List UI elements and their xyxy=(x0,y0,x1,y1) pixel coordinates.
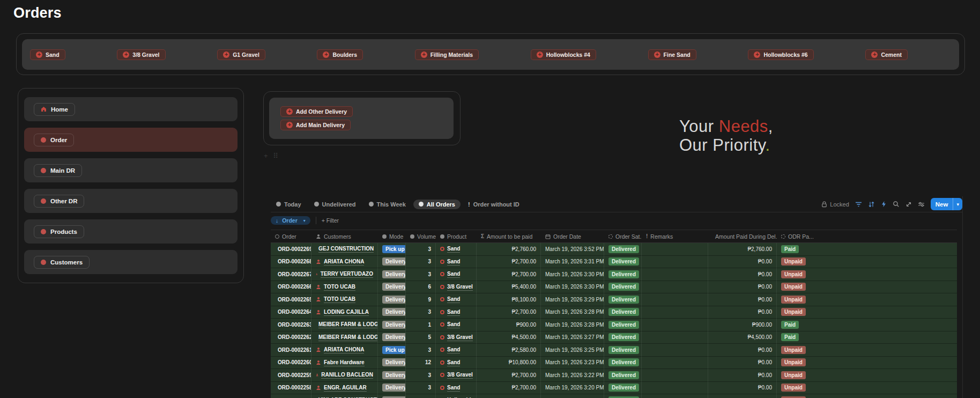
order-id-cell[interactable]: ORD-0002260 xyxy=(271,357,311,370)
amount-paid-cell[interactable]: ₱0.00 xyxy=(708,281,777,294)
status-badge[interactable]: Delivered xyxy=(608,270,639,278)
status-badge[interactable]: Delivered xyxy=(608,321,639,329)
volume-cell[interactable]: 3 xyxy=(406,382,436,395)
mode-cell[interactable]: Delivery xyxy=(378,268,406,281)
status-badge[interactable]: Unpaid xyxy=(781,283,806,291)
order-id-cell[interactable]: ORD-0002259 xyxy=(271,369,311,382)
quick-action-add-other-delivery[interactable]: + Add Other Delivery xyxy=(280,106,353,117)
odr-payment-cell[interactable]: Unpaid xyxy=(777,268,957,281)
order-id-cell[interactable]: ORD-0002265 xyxy=(271,293,311,306)
filter-icon[interactable] xyxy=(855,201,862,208)
volume-cell[interactable]: 9 xyxy=(406,293,436,306)
tab-all-orders[interactable]: All Orders xyxy=(413,200,461,209)
remarks-cell[interactable] xyxy=(642,243,708,256)
status-badge[interactable]: Unpaid xyxy=(781,296,806,304)
amount-cell[interactable]: ₱2,700.00 xyxy=(477,369,541,382)
product-cell[interactable]: 3/8 Gravel xyxy=(436,369,477,382)
odr-payment-cell[interactable]: Paid xyxy=(777,319,957,331)
volume-cell[interactable]: 5 xyxy=(406,331,436,344)
category-button-hollowblocks-6[interactable]: + Hollowblocks #6 xyxy=(748,49,813,60)
order-date-cell[interactable]: March 19, 2026 3:25 PM xyxy=(541,344,604,357)
order-status-cell[interactable]: Delivered xyxy=(604,382,642,395)
order-date-cell[interactable]: March 19, 2026 3:28 PM xyxy=(541,306,604,319)
status-badge[interactable]: Delivery xyxy=(382,358,406,366)
order-id-cell[interactable]: ORD-0002261 xyxy=(271,344,311,357)
status-badge[interactable]: Delivered xyxy=(608,333,639,341)
order-status-cell[interactable]: Delivered xyxy=(604,331,642,344)
amount-cell[interactable]: ₱2,700.00 xyxy=(477,382,541,395)
category-button-filling-materials[interactable]: + Filling Materials xyxy=(415,49,479,60)
odr-payment-cell[interactable]: Unpaid xyxy=(777,281,957,294)
status-badge[interactable]: Pick up xyxy=(382,346,406,354)
volume-cell[interactable]: 12 xyxy=(406,357,436,370)
status-badge[interactable]: Delivered xyxy=(608,346,639,354)
volume-cell[interactable]: 3 xyxy=(406,344,436,357)
status-badge[interactable]: Delivery xyxy=(382,321,406,329)
customer-cell[interactable]: TOTO UCAB xyxy=(311,293,378,306)
tab-undelivered[interactable]: Undelivered xyxy=(309,200,361,209)
category-button-fine-sand[interactable]: + Fine Sand xyxy=(648,49,696,60)
amount-paid-cell[interactable]: ₱2,760.00 xyxy=(708,243,777,256)
product-cell[interactable]: Sand xyxy=(436,293,477,306)
order-status-cell[interactable]: Delivered xyxy=(604,357,642,370)
amount-cell[interactable]: ₱2,700.00 xyxy=(477,306,541,319)
amount-paid-cell[interactable]: ₱0.00 xyxy=(708,256,777,269)
customer-cell[interactable]: ARIATA CHONA xyxy=(311,344,378,357)
odr-payment-cell[interactable]: Unpaid xyxy=(777,369,957,382)
status-badge[interactable]: Unpaid xyxy=(781,257,806,266)
order-status-cell[interactable]: Delivered xyxy=(604,281,642,294)
order-date-cell[interactable]: March 19, 2026 3:31 PM xyxy=(541,256,604,269)
amount-paid-cell[interactable]: ₱900.00 xyxy=(708,319,777,331)
amount-cell[interactable]: ₱2,760.00 xyxy=(477,243,541,256)
sidebar-item-main-dr[interactable]: Main DR xyxy=(24,158,237,182)
sidebar-item-products[interactable]: Products xyxy=(24,219,237,244)
order-status-cell[interactable]: Delivered xyxy=(604,344,642,357)
mode-cell[interactable]: Delivery xyxy=(378,394,406,398)
status-badge[interactable]: Delivered xyxy=(608,296,639,304)
amount-paid-cell[interactable]: ₱0.00 xyxy=(708,357,777,370)
status-badge[interactable]: Paid xyxy=(781,321,799,329)
product-cell[interactable]: 3/8 Gravel xyxy=(436,281,477,294)
remarks-cell[interactable] xyxy=(642,306,708,319)
order-date-cell[interactable]: March 19, 2026 3:27 PM xyxy=(541,331,604,344)
status-badge[interactable]: Delivery xyxy=(382,371,406,379)
new-button[interactable]: New ▾ xyxy=(931,198,962,210)
product-cell[interactable]: Sand xyxy=(436,306,477,319)
remarks-cell[interactable] xyxy=(642,331,708,344)
category-button-hollowblocks-4[interactable]: + Hollowblocks #4 xyxy=(531,49,596,60)
column-header-amount-to-be-paid[interactable]: ΣAmount to be paid xyxy=(477,230,541,243)
customer-cell[interactable]: MEIBER FARM & LODGE INC. xyxy=(311,331,378,344)
chevron-down-icon[interactable]: ▾ xyxy=(953,202,962,207)
category-button-g1-gravel[interactable]: + G1 Gravel xyxy=(217,49,265,60)
status-badge[interactable]: Delivery xyxy=(382,308,406,316)
order-status-cell[interactable]: Delivered xyxy=(604,293,642,306)
sort-icon[interactable] xyxy=(868,201,875,208)
product-cell[interactable]: Sand xyxy=(436,357,477,370)
tab-this-week[interactable]: This Week xyxy=(363,200,411,209)
order-status-cell[interactable]: Delivered xyxy=(604,369,642,382)
odr-payment-cell[interactable]: Unpaid xyxy=(777,306,957,319)
mode-cell[interactable]: Delivery xyxy=(378,256,406,269)
odr-payment-cell[interactable]: Unpaid xyxy=(777,293,957,306)
volume-cell[interactable]: 3 xyxy=(406,306,436,319)
volume-cell[interactable]: 6 xyxy=(406,281,436,294)
column-header-amount-paid-during-del-[interactable]: Amount Paid During Del... xyxy=(708,230,777,243)
status-badge[interactable]: Unpaid xyxy=(781,346,806,354)
order-date-cell[interactable]: March 19, 2026 3:20 PM xyxy=(541,382,604,395)
tab-today[interactable]: Today xyxy=(271,200,307,209)
search-icon[interactable] xyxy=(893,201,900,208)
block-drag-handle[interactable]: + ⠿ xyxy=(264,152,280,160)
customer-cell[interactable]: TERRY VERTUDAZO xyxy=(311,268,378,281)
status-badge[interactable]: Unpaid xyxy=(781,384,806,392)
order-id-cell[interactable]: ORD-0002264 xyxy=(271,306,311,319)
order-date-cell[interactable]: March 19, 2026 3:29 PM xyxy=(541,293,604,306)
product-cell[interactable]: 3/8 Gravel xyxy=(436,331,477,344)
product-cell[interactable]: Sand xyxy=(436,382,477,395)
amount-paid-cell[interactable]: ₱0.00 xyxy=(708,394,777,398)
category-button-sand[interactable]: + Sand xyxy=(30,49,65,60)
customer-cell[interactable]: Fabre Hardware xyxy=(311,357,378,370)
order-status-cell[interactable]: Delivered xyxy=(604,243,642,256)
remarks-cell[interactable] xyxy=(642,357,708,370)
remarks-cell[interactable] xyxy=(642,382,708,395)
mode-cell[interactable]: Delivery xyxy=(378,306,406,319)
